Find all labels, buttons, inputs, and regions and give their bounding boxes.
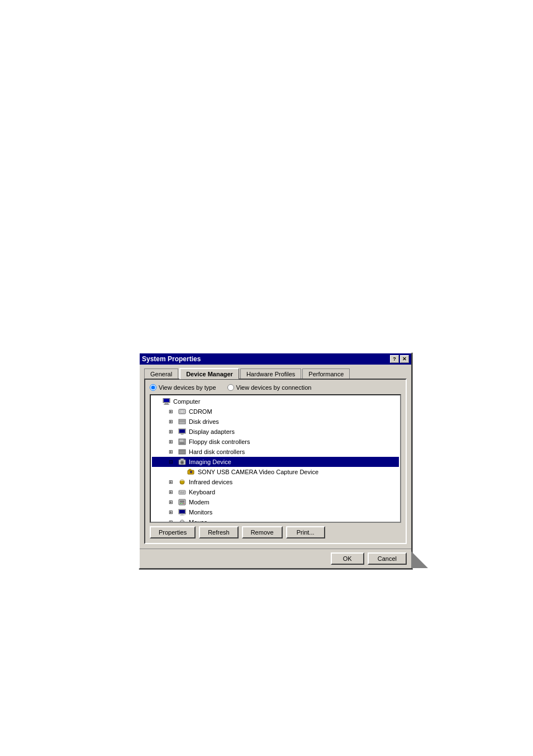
camera-icon	[187, 467, 196, 476]
leaf-icon	[178, 469, 184, 475]
device-floppy[interactable]: ⊞ Floppy disk controllers	[152, 437, 399, 447]
computer-icon	[162, 397, 171, 406]
keyboard-icon	[178, 488, 187, 497]
cdrom-icon	[178, 407, 187, 416]
svg-rect-17	[179, 450, 185, 451]
device-infrared[interactable]: ⊞ Infrared devices	[152, 477, 399, 487]
system-properties-dialog: System Properties ? ✕ General Device Man…	[139, 352, 412, 569]
device-modem[interactable]: ⊞ Modem	[152, 497, 399, 507]
expand-icon: ⊞	[169, 519, 175, 523]
svg-rect-43	[180, 515, 184, 516]
harddisk-icon	[178, 447, 187, 456]
disk-icon	[178, 417, 187, 426]
title-bar: System Properties ? ✕	[140, 353, 411, 365]
help-button[interactable]: ?	[390, 355, 399, 363]
expand-icon: ⊞	[169, 479, 175, 485]
tab-panel: View devices by type View devices by con…	[144, 379, 407, 544]
device-keyboard[interactable]: ⊞ Keyboard	[152, 487, 399, 497]
device-imaging[interactable]: ⊟ Imaging Device	[152, 457, 399, 467]
svg-rect-3	[164, 404, 169, 405]
svg-rect-42	[181, 514, 183, 515]
tab-performance[interactable]: Performance	[302, 368, 350, 380]
device-monitors[interactable]: ⊞ Monitors	[152, 507, 399, 517]
svg-rect-38	[182, 503, 183, 504]
svg-point-6	[182, 411, 183, 412]
display-icon	[178, 427, 187, 436]
mouse-icon	[178, 518, 187, 523]
ok-button[interactable]: OK	[331, 552, 364, 565]
svg-rect-33	[184, 492, 185, 492]
svg-rect-12	[181, 433, 183, 434]
device-mouse[interactable]: ⊞ Mouse	[152, 517, 399, 523]
svg-rect-41	[179, 510, 185, 513]
svg-rect-31	[181, 492, 182, 492]
ok-cancel-row: OK Cancel	[140, 549, 411, 568]
device-list[interactable]: Computer ⊞ CDROM ⊞	[150, 394, 401, 523]
collapse-icon: ⊟	[169, 459, 175, 465]
infrared-icon	[178, 478, 187, 486]
close-button[interactable]: ✕	[400, 355, 409, 363]
expand-icon: ⊞	[169, 489, 175, 495]
svg-rect-1	[164, 399, 169, 402]
svg-rect-27	[189, 469, 191, 470]
svg-point-46	[180, 520, 184, 522]
tab-general[interactable]: General	[144, 368, 178, 380]
print-button[interactable]: Print...	[286, 526, 325, 538]
svg-rect-37	[180, 503, 181, 504]
svg-rect-8	[179, 420, 185, 421]
expand-icon: ⊞	[169, 509, 175, 515]
tab-hardware-profiles[interactable]: Hardware Profiles	[240, 368, 301, 380]
monitor-icon	[178, 508, 187, 517]
svg-rect-11	[179, 429, 185, 433]
svg-rect-30	[179, 492, 180, 492]
svg-rect-34	[180, 493, 184, 493]
arrow-decoration	[411, 551, 428, 568]
action-buttons-row: Properties Refresh Remove Print...	[150, 526, 401, 538]
radio-view-by-type[interactable]: View devices by type	[150, 384, 216, 391]
cancel-button[interactable]: Cancel	[368, 552, 407, 565]
device-display[interactable]: ⊞ Display adapters	[152, 427, 399, 437]
title-bar-buttons: ? ✕	[390, 355, 409, 363]
svg-rect-9	[179, 422, 185, 422]
imaging-icon	[178, 457, 187, 466]
refresh-button[interactable]: Refresh	[199, 526, 239, 538]
device-computer[interactable]: Computer	[152, 396, 399, 407]
svg-rect-18	[179, 452, 185, 453]
expand-icon: ⊞	[169, 499, 175, 505]
radio-view-by-connection[interactable]: View devices by connection	[227, 384, 312, 391]
svg-rect-14	[179, 440, 183, 442]
svg-rect-29	[179, 490, 185, 494]
expand-icon: ⊞	[169, 449, 175, 455]
radio-connection-input[interactable]	[227, 384, 234, 391]
device-disk-drives[interactable]: ⊞ Disk drives	[152, 417, 399, 427]
svg-rect-36	[180, 500, 184, 503]
expand-icon: ⊞	[169, 419, 175, 424]
svg-rect-39	[183, 503, 184, 504]
modem-icon	[178, 498, 187, 507]
svg-point-26	[191, 471, 192, 473]
svg-rect-19	[179, 453, 185, 453]
expand-icon	[153, 399, 160, 404]
expand-icon: ⊞	[169, 409, 175, 414]
tab-bar: General Device Manager Hardware Profiles…	[144, 368, 407, 379]
device-sony-camera[interactable]: SONY USB CAMERA Video Capture Device	[152, 467, 399, 477]
remove-button[interactable]: Remove	[242, 526, 283, 538]
svg-rect-15	[180, 442, 184, 444]
device-harddisk[interactable]: ⊞ Hard disk controllers	[152, 447, 399, 457]
svg-point-23	[182, 462, 183, 464]
svg-rect-32	[183, 492, 184, 492]
radio-type-input[interactable]	[150, 384, 156, 391]
expand-icon: ⊞	[169, 439, 175, 445]
expand-icon: ⊞	[169, 429, 175, 434]
properties-button[interactable]: Properties	[150, 526, 196, 538]
svg-rect-2	[165, 403, 168, 404]
svg-rect-21	[180, 459, 184, 460]
floppy-icon	[178, 437, 187, 446]
device-cdrom[interactable]: ⊞ CDROM	[152, 407, 399, 417]
dialog-title: System Properties	[142, 355, 201, 363]
dialog-content: General Device Manager Hardware Profiles…	[140, 365, 411, 549]
tab-device-manager[interactable]: Device Manager	[179, 368, 239, 379]
view-options-row: View devices by type View devices by con…	[150, 384, 401, 391]
